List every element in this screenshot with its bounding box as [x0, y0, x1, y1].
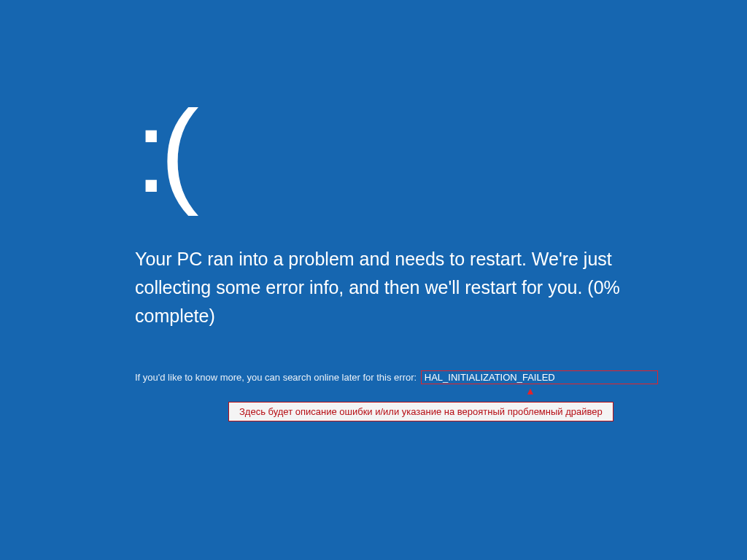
- error-detail-prefix: If you'd like to know more, you can sear…: [135, 372, 417, 383]
- sad-face-emoticon: :(: [135, 93, 747, 210]
- error-message: Your PC ran into a problem and needs to …: [135, 245, 689, 330]
- error-code-highlight: HAL_INITIALIZATION_FAILED: [421, 370, 658, 384]
- annotation-callout: Здесь будет описание ошибки и/или указан…: [228, 402, 614, 421]
- error-detail-line: If you'd like to know more, you can sear…: [135, 370, 747, 384]
- bsod-screen: :( Your PC ran into a problem and needs …: [0, 0, 747, 560]
- annotation-arrow-icon: ▲: [525, 386, 535, 396]
